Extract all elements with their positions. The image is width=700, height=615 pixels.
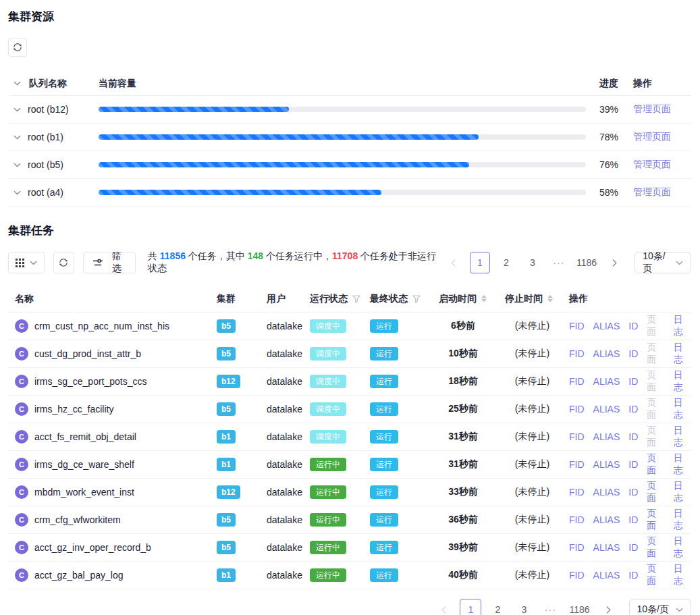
task-avatar: C xyxy=(15,568,28,582)
fid-link[interactable]: FID xyxy=(569,459,585,470)
task-avatar: C xyxy=(15,485,28,499)
fid-link[interactable]: FID xyxy=(569,376,585,387)
page-link[interactable]: 页面 xyxy=(647,342,664,366)
chevron-down-icon[interactable] xyxy=(14,107,21,112)
page-link[interactable]: 页面 xyxy=(647,425,664,449)
chevron-down-icon[interactable] xyxy=(14,135,21,140)
alias-link[interactable]: ALIAS xyxy=(593,570,620,581)
cluster-badge: b5 xyxy=(217,513,236,527)
log-link[interactable]: 日志 xyxy=(674,535,691,560)
page-button-last[interactable]: 1186 xyxy=(575,252,598,273)
fid-link[interactable]: FID xyxy=(569,431,585,442)
id-link[interactable]: ID xyxy=(628,376,638,387)
alias-link[interactable]: ALIAS xyxy=(593,376,620,387)
manage-page-link[interactable]: 管理页面 xyxy=(633,131,671,142)
page-jump-ellipsis[interactable]: ··· xyxy=(549,252,569,273)
cluster-badge: b1 xyxy=(217,430,236,444)
col-header-cluster: 集群 xyxy=(217,293,267,305)
column-settings-button[interactable] xyxy=(8,252,45,273)
id-link[interactable]: ID xyxy=(628,321,638,331)
fid-link[interactable]: FID xyxy=(569,321,585,331)
alias-link[interactable]: ALIAS xyxy=(593,321,620,331)
expand-all-chevron-icon[interactable] xyxy=(14,81,21,86)
id-link[interactable]: ID xyxy=(628,514,638,525)
task-row: Ccrm_cust_np_acc_num_inst_his b5 datalak… xyxy=(8,313,691,340)
prev-page-button[interactable] xyxy=(433,599,454,615)
page-link[interactable]: 页面 xyxy=(647,508,664,532)
stop-time-sorter-icon[interactable] xyxy=(547,295,553,302)
alias-link[interactable]: ALIAS xyxy=(593,459,620,470)
alias-link[interactable]: ALIAS xyxy=(593,542,620,553)
final-status-filter-icon[interactable] xyxy=(412,295,421,303)
page-link[interactable]: 页面 xyxy=(647,563,664,587)
task-row: Cirms_dg_ce_ware_shelf b1 datalake 运行中 运… xyxy=(8,451,691,479)
chevron-down-icon[interactable] xyxy=(14,190,21,195)
log-link[interactable]: 日志 xyxy=(674,452,691,477)
page-link[interactable]: 页面 xyxy=(647,369,664,394)
page-size-select[interactable]: 10条/页 xyxy=(629,599,691,615)
next-page-button[interactable] xyxy=(604,252,624,273)
chevron-down-icon[interactable] xyxy=(14,163,21,167)
alias-link[interactable]: ALIAS xyxy=(593,431,620,442)
page-button-last[interactable]: 1186 xyxy=(566,599,592,615)
final-status-badge: 运行 xyxy=(370,319,398,333)
page-button-1[interactable]: 1 xyxy=(460,599,481,615)
id-link[interactable]: ID xyxy=(628,459,638,470)
page-jump-ellipsis[interactable]: ··· xyxy=(540,599,560,615)
start-time-sorter-icon[interactable] xyxy=(481,295,487,302)
alias-link[interactable]: ALIAS xyxy=(593,404,620,415)
log-link[interactable]: 日志 xyxy=(674,425,691,449)
manage-page-link[interactable]: 管理页面 xyxy=(633,159,671,169)
log-link[interactable]: 日志 xyxy=(674,314,691,338)
tasks-refresh-button[interactable] xyxy=(53,252,74,273)
prev-page-button[interactable] xyxy=(443,252,464,273)
page-size-select[interactable]: 10条/页 xyxy=(635,252,691,273)
page-link[interactable]: 页面 xyxy=(647,314,664,338)
alias-link[interactable]: ALIAS xyxy=(593,487,620,498)
fid-link[interactable]: FID xyxy=(569,514,585,525)
manage-page-link[interactable]: 管理页面 xyxy=(633,186,671,197)
task-avatar: C xyxy=(15,458,28,471)
page-link[interactable]: 页面 xyxy=(647,480,664,504)
log-link[interactable]: 日志 xyxy=(674,563,691,587)
id-link[interactable]: ID xyxy=(628,348,638,359)
page-button-2[interactable]: 2 xyxy=(496,252,516,273)
page-link[interactable]: 页面 xyxy=(647,452,664,477)
run-status-filter-icon[interactable] xyxy=(352,295,360,303)
next-page-button[interactable] xyxy=(599,599,619,615)
log-link[interactable]: 日志 xyxy=(674,397,691,421)
task-name: irms_hz_cc_facility xyxy=(34,404,113,415)
page-link[interactable]: 页面 xyxy=(647,535,664,560)
resources-refresh-button[interactable] xyxy=(8,38,27,57)
filter-button[interactable]: 筛选 xyxy=(83,252,136,273)
start-time: 39秒前 xyxy=(439,541,505,554)
id-link[interactable]: ID xyxy=(628,404,638,415)
stop-time: (未停止) xyxy=(505,569,569,581)
log-link[interactable]: 日志 xyxy=(674,508,691,532)
fid-link[interactable]: FID xyxy=(569,570,585,581)
id-link[interactable]: ID xyxy=(628,487,638,498)
fid-link[interactable]: FID xyxy=(569,542,585,553)
id-link[interactable]: ID xyxy=(628,542,638,553)
page-button-3[interactable]: 3 xyxy=(514,599,534,615)
total-tasks-count: 11856 xyxy=(160,250,186,261)
id-link[interactable]: ID xyxy=(628,431,638,442)
log-link[interactable]: 日志 xyxy=(674,369,691,394)
fid-link[interactable]: FID xyxy=(569,348,585,359)
run-status-badge: 调度中 xyxy=(310,347,346,360)
alias-link[interactable]: ALIAS xyxy=(593,348,620,359)
log-link[interactable]: 日志 xyxy=(674,342,691,366)
fid-link[interactable]: FID xyxy=(569,404,585,415)
page-button-1[interactable]: 1 xyxy=(470,252,490,273)
fid-link[interactable]: FID xyxy=(569,487,585,498)
page-button-3[interactable]: 3 xyxy=(522,252,543,273)
id-link[interactable]: ID xyxy=(628,570,638,581)
page-button-2[interactable]: 2 xyxy=(487,599,508,615)
col-header-final-status: 最终状态 xyxy=(370,293,408,305)
manage-page-link[interactable]: 管理页面 xyxy=(633,103,671,114)
log-link[interactable]: 日志 xyxy=(674,480,691,504)
alias-link[interactable]: ALIAS xyxy=(593,514,620,525)
page-link[interactable]: 页面 xyxy=(647,397,664,421)
task-avatar: C xyxy=(15,319,28,333)
cluster-badge: b12 xyxy=(217,485,240,499)
